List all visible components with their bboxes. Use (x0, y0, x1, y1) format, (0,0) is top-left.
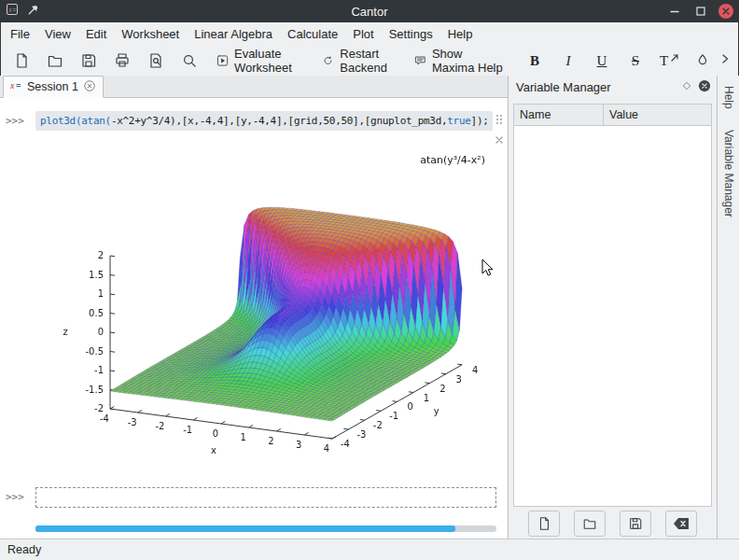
code-line: plot3d(atan(-x^2+y^3/4),[x,-4,4],[y,-4,4… (40, 115, 489, 127)
minimize-button[interactable] (666, 3, 683, 20)
svg-text:x: x (10, 80, 15, 91)
menu-view[interactable]: View (37, 23, 78, 45)
strikethrough-button[interactable]: S (619, 49, 652, 73)
italic-label: I (566, 54, 571, 68)
show-maxima-help-label: Show Maxima Help (432, 47, 508, 75)
menu-worksheet[interactable]: Worksheet (114, 23, 187, 45)
close-panel-icon[interactable] (698, 79, 711, 95)
bold-button[interactable]: B (518, 49, 551, 73)
open-button[interactable] (38, 49, 72, 73)
restart-backend-label: Restart Backend (340, 47, 405, 75)
italic-button[interactable]: I (551, 49, 585, 73)
side-tab-variable-manager[interactable]: Variable Manager (720, 125, 737, 222)
superscript-button[interactable]: T (652, 49, 686, 73)
maximize-button[interactable] (692, 3, 709, 20)
close-button[interactable] (718, 4, 733, 19)
tab-close-icon[interactable] (83, 79, 96, 95)
svg-text:=: = (13, 7, 17, 13)
session-icon: x= (10, 79, 22, 94)
entry-close-icon[interactable] (495, 131, 503, 147)
variable-table-body (514, 126, 711, 506)
save-button[interactable] (72, 49, 105, 73)
new-worksheet-button[interactable] (5, 49, 38, 73)
save-variables-button[interactable] (620, 511, 651, 537)
command-prompt: >>> (6, 115, 24, 127)
panel-header: Variable Manager (509, 76, 717, 98)
strikethrough-label: S (632, 54, 639, 68)
mouse-cursor (481, 259, 495, 281)
side-tab-strip: Help Variable Manager (717, 76, 739, 539)
svg-text:x: x (7, 6, 12, 14)
print-button[interactable] (105, 49, 139, 73)
worksheet-pane: x= Session 1 >>> plot3d(atan(-x^2+y^3/4)… (0, 76, 509, 539)
plot-canvas (47, 141, 495, 468)
underline-label: U (597, 54, 607, 68)
progress-fill (35, 525, 455, 532)
menu-calculate[interactable]: Calculate (280, 23, 345, 45)
titlebar: x= Cantor (0, 0, 739, 22)
entry-controls (495, 112, 503, 147)
statusbar: Ready (0, 539, 739, 560)
app-icon: x= (6, 3, 19, 20)
empty-command-entry[interactable] (35, 487, 496, 508)
load-variables-button[interactable] (574, 511, 606, 537)
variable-manager-panel: Variable Manager Name Value (509, 76, 717, 539)
search-button[interactable] (173, 49, 206, 73)
variable-manager-buttons (509, 507, 717, 539)
variable-table-header: Name Value (514, 105, 711, 126)
menu-settings[interactable]: Settings (382, 23, 440, 45)
panel-title: Variable Manager (516, 80, 611, 94)
cantor-window: x= Cantor File View Edit Worksheet Linea… (0, 0, 739, 560)
drag-handle-icon[interactable] (495, 112, 503, 129)
tab-session-1[interactable]: x= Session 1 (3, 76, 104, 98)
svg-text:=: = (16, 81, 21, 91)
evaluate-worksheet-label: Evaluate Worksheet (234, 47, 313, 75)
next-command-prompt: >>> (6, 491, 24, 503)
side-tab-help[interactable]: Help (720, 81, 737, 114)
window-title: Cantor (0, 5, 739, 19)
variable-table: Name Value (513, 104, 712, 507)
menu-help[interactable]: Help (440, 23, 481, 45)
menu-linear-algebra[interactable]: Linear Algebra (187, 23, 280, 45)
bold-label: B (530, 54, 539, 68)
menu-plot[interactable]: Plot (345, 23, 381, 45)
restart-backend-button[interactable]: Restart Backend (317, 49, 410, 73)
tabbar: x= Session 1 (0, 76, 508, 98)
toolbar-overflow-chevron[interactable] (719, 52, 731, 69)
column-header-value[interactable]: Value (604, 105, 711, 125)
clear-variables-button[interactable] (665, 511, 697, 537)
superscript-label: T (660, 54, 668, 68)
evaluate-worksheet-button[interactable]: Evaluate Worksheet (212, 49, 317, 73)
status-text: Ready (7, 543, 41, 556)
main-area: x= Session 1 >>> plot3d(atan(-x^2+y^3/4)… (0, 76, 739, 539)
menu-edit[interactable]: Edit (78, 23, 114, 45)
column-header-name[interactable]: Name (514, 105, 604, 125)
menu-file[interactable]: File (3, 23, 37, 45)
session-tab-label: Session 1 (27, 80, 78, 93)
session-progress-bar (35, 525, 496, 532)
show-maxima-help-button[interactable]: Show Maxima Help (410, 49, 512, 73)
command-entry[interactable]: plot3d(atan(-x^2+y^3/4),[x,-4,4],[y,-4,4… (35, 111, 493, 131)
print-preview-button[interactable] (139, 49, 173, 73)
pin-icon[interactable] (26, 3, 40, 21)
worksheet: >>> plot3d(atan(-x^2+y^3/4),[x,-4,4],[y,… (0, 98, 508, 539)
float-panel-icon[interactable] (681, 80, 692, 94)
toolbar: Evaluate Worksheet Restart Backend Show … (0, 46, 739, 76)
new-variable-button[interactable] (528, 511, 560, 537)
menubar: File View Edit Worksheet Linear Algebra … (0, 22, 739, 46)
underline-button[interactable]: U (585, 49, 619, 73)
text-color-button[interactable] (686, 49, 719, 73)
